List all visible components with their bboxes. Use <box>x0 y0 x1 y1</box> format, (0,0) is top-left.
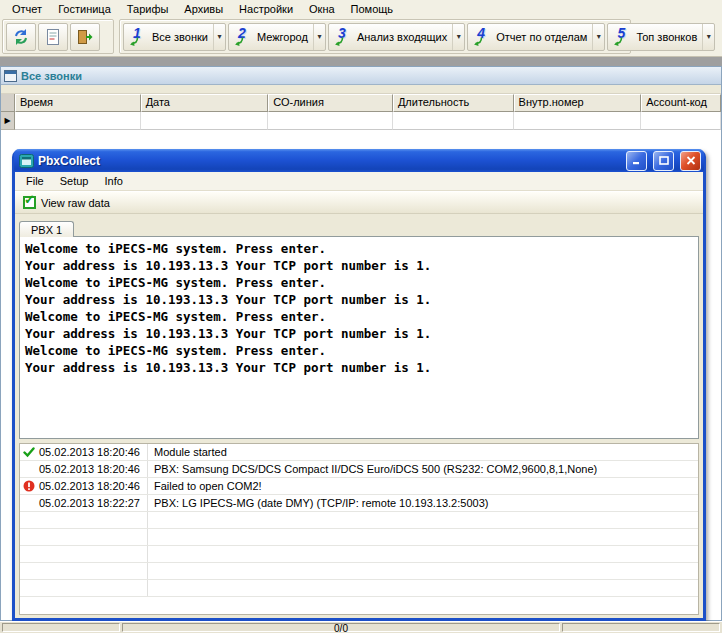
sync-icon <box>12 28 30 46</box>
toolbar-button-top-calls[interactable]: 5 Топ звонков ▾ <box>607 23 715 51</box>
toolbar-button-label: Все звонки <box>152 31 208 43</box>
grid-corner-cell <box>1 94 15 112</box>
log-message: Failed to open COM2! <box>148 478 698 494</box>
report-5-icon: 5 <box>613 27 631 47</box>
event-log-panel: 05.02.2013 18:20:46 Module started 05.02… <box>19 443 699 615</box>
sync-button[interactable] <box>6 23 36 51</box>
raw-line: Welcome to iPECS-MG system. Press enter. <box>25 274 693 291</box>
app-toolbar: 1 Все звонки ▾ 2 Межгород ▾ 3 Анализ вхо… <box>0 17 722 57</box>
column-header-co-line[interactable]: СО-линия <box>268 94 393 112</box>
log-row-empty <box>20 529 698 546</box>
dropdown-arrow-icon[interactable]: ▾ <box>702 24 714 50</box>
dropdown-arrow-icon[interactable]: ▾ <box>452 24 464 50</box>
log-time: 05.02.2013 18:20:46 <box>39 480 140 492</box>
close-button[interactable] <box>680 151 701 171</box>
column-header-date[interactable]: Дата <box>141 94 269 112</box>
options-band: ✓ View raw data <box>15 191 703 214</box>
statusbar-counter: 0/0 <box>122 623 560 632</box>
toolbar-left-group <box>2 19 114 54</box>
view-raw-data-checkbox[interactable]: ✓ <box>23 196 36 209</box>
log-time: 05.02.2013 18:22:27 <box>39 497 140 509</box>
menu-hotel[interactable]: Гостиница <box>50 2 119 16</box>
log-row[interactable]: 05.02.2013 18:20:46 PBX: Samsung DCS/DCS… <box>20 461 698 478</box>
log-row[interactable]: 05.02.2013 18:20:46 Module started <box>20 444 698 461</box>
log-row-empty <box>20 580 698 597</box>
tab-pbx-1[interactable]: PBX 1 <box>19 221 74 237</box>
log-row-empty <box>20 512 698 529</box>
exit-door-icon <box>76 28 94 46</box>
minimize-icon <box>632 156 642 165</box>
report-page-icon <box>45 28 61 46</box>
raw-line: Welcome to iPECS-MG system. Press enter. <box>25 240 693 257</box>
raw-line: Welcome to iPECS-MG system. Press enter. <box>25 308 693 325</box>
report-3-icon: 3 <box>334 27 352 47</box>
maximize-button[interactable] <box>653 151 674 171</box>
report-2-icon: 2 <box>234 27 252 47</box>
menu-windows[interactable]: Окна <box>301 2 343 16</box>
row-marker-icon: ▶ <box>4 116 10 125</box>
raw-line: Your address is 10.193.13.3 Your TCP por… <box>25 291 693 308</box>
pbxcollect-app-icon <box>19 154 34 168</box>
pbxcollect-titlebar[interactable]: PbxCollect <box>14 149 704 172</box>
calls-toolbar-band <box>1 85 721 94</box>
dropdown-arrow-icon[interactable]: ▾ <box>592 24 604 50</box>
toolbar-button-department-report[interactable]: 4 Отчет по отделам ▾ <box>467 23 605 51</box>
menu-file[interactable]: File <box>18 174 52 188</box>
column-header-time[interactable]: Время <box>15 94 141 112</box>
toolbar-button-label: Межгород <box>257 31 308 43</box>
raw-line: Your address is 10.193.13.3 Your TCP por… <box>25 325 693 342</box>
close-icon <box>686 156 696 165</box>
log-row[interactable]: 05.02.2013 18:20:46 Failed to open COM2! <box>20 478 698 495</box>
view-raw-data-label[interactable]: View raw data <box>41 197 110 209</box>
log-time: 05.02.2013 18:20:46 <box>39 463 140 475</box>
toolbar-button-label: Топ звонков <box>636 31 697 43</box>
toolbar-button-all-calls[interactable]: 1 Все звонки ▾ <box>123 23 226 51</box>
exit-button[interactable] <box>70 23 100 51</box>
raw-line: Your address is 10.193.13.3 Your TCP por… <box>25 359 693 376</box>
raw-data-panel: Welcome to iPECS-MG system. Press enter.… <box>19 236 699 439</box>
menu-info[interactable]: Info <box>96 174 130 188</box>
menu-archives[interactable]: Архивы <box>176 2 231 16</box>
toolbar-button-long-distance[interactable]: 2 Межгород ▾ <box>228 23 326 51</box>
log-message: PBX: Samsung DCS/DCS Compact II/DCS Euro… <box>148 461 698 477</box>
pbxcollect-menubar: File Setup Info <box>15 172 703 191</box>
calls-grid-header: Время Дата СО-линия Длительность Внутр.н… <box>1 94 721 112</box>
app-menubar: Отчет Гостиница Тарифы Архивы Настройки … <box>0 0 722 17</box>
dropdown-arrow-icon[interactable]: ▾ <box>213 24 225 50</box>
error-icon <box>23 480 36 492</box>
log-time: 05.02.2013 18:20:46 <box>39 446 140 458</box>
toolbar-button-incoming-analysis[interactable]: 3 Анализ входящих ▾ <box>328 23 465 51</box>
report-4-icon: 4 <box>473 27 491 47</box>
maximize-icon <box>659 156 669 165</box>
menu-tariffs[interactable]: Тарифы <box>119 2 177 16</box>
column-header-account-code[interactable]: Account-код <box>641 94 721 112</box>
menu-setup[interactable]: Setup <box>52 174 97 188</box>
menu-settings[interactable]: Настройки <box>231 2 301 16</box>
menu-help[interactable]: Помощь <box>343 2 402 16</box>
row-selector-cell: ▶ <box>1 112 15 130</box>
pbxcollect-title: PbxCollect <box>38 154 620 168</box>
raw-line: Your address is 10.193.13.3 Your TCP por… <box>25 257 693 274</box>
dropdown-arrow-icon[interactable]: ▾ <box>313 24 325 50</box>
all-calls-title: Все звонки <box>21 70 82 82</box>
minimize-button[interactable] <box>626 151 647 171</box>
success-icon <box>23 446 36 458</box>
menu-report[interactable]: Отчет <box>4 2 50 16</box>
column-header-internal-number[interactable]: Внутр.номер <box>514 94 642 112</box>
app-chrome: Отчет Гостиница Тарифы Архивы Настройки … <box>0 0 722 57</box>
blank-icon <box>23 463 36 475</box>
log-row[interactable]: 05.02.2013 18:22:27 PBX: LG IPECS-MG (da… <box>20 495 698 512</box>
all-calls-titlebar[interactable]: Все звонки <box>1 67 721 85</box>
toolbar-button-label: Анализ входящих <box>357 31 447 43</box>
statusbar-panel-right <box>562 623 720 632</box>
statusbar-panel-left <box>2 623 120 632</box>
pbxcollect-window: PbxCollect File Setup Info ✓ View raw da… <box>12 150 706 621</box>
checkbox-check-icon: ✓ <box>24 192 35 207</box>
toolbar-button-label: Отчет по отделам <box>496 31 587 43</box>
report-1-icon: 1 <box>129 27 147 47</box>
grid-empty-row[interactable]: ▶ <box>1 112 721 130</box>
column-header-duration[interactable]: Длительность <box>393 94 514 112</box>
app-statusbar: 0/0 <box>0 621 722 633</box>
report-page-button[interactable] <box>38 23 68 51</box>
log-row-empty <box>20 546 698 563</box>
